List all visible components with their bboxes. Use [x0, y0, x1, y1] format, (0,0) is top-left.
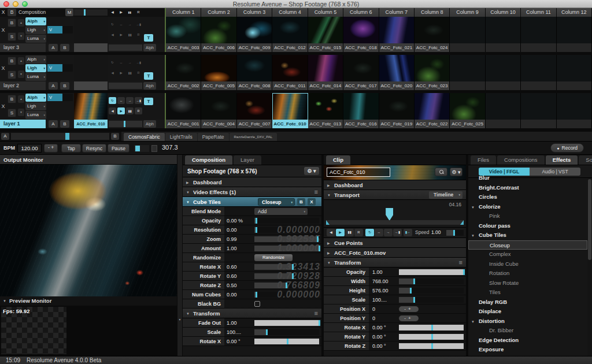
effect-preset-item[interactable]: Dr. Bibber	[468, 326, 587, 336]
layer1-up-icon[interactable]: ▲	[18, 95, 24, 103]
position-y-stepper[interactable]: -+	[399, 315, 419, 321]
column-header-10[interactable]: Column 10	[486, 8, 521, 17]
effect-item[interactable]: Bright.Contrast	[468, 183, 587, 193]
layer3-a-button[interactable]: A	[49, 44, 58, 51]
black-bg-checkbox[interactable]	[254, 301, 260, 307]
pause-icon[interactable]: ▮▮	[126, 69, 134, 76]
clip-cell[interactable]: ACC_Fotc_003	[166, 17, 201, 52]
layer1-active-clip-name[interactable]: ACC_Fotc_010	[74, 120, 108, 128]
resync-icon[interactable]: R	[135, 69, 142, 76]
tab-sources[interactable]: Sources	[579, 155, 592, 165]
clip-cell[interactable]: ACC_Fotc_021	[379, 17, 415, 52]
clip-cell[interactable]: ACC_Fotc_023	[415, 55, 450, 90]
effects-scrollbar[interactable]	[587, 178, 592, 356]
clip-opacity-slider[interactable]	[399, 269, 464, 275]
clip-cell-selected[interactable]: ACC_Fotc_010	[272, 93, 308, 128]
bounce-icon[interactable]: ↔	[117, 21, 125, 28]
crossfader-slider[interactable]	[11, 133, 109, 140]
play-once-icon[interactable]: →▮	[393, 229, 402, 236]
layer2-mode-light[interactable]: Ligh▾	[25, 64, 46, 72]
layer1-video-slider[interactable]: V	[47, 94, 73, 101]
clip-cell[interactable]: ACC_Fotc_018	[343, 17, 379, 52]
layer3-x-button[interactable]: X	[0, 17, 6, 43]
column-header-9[interactable]: Column 9	[450, 8, 485, 17]
layer3-up-icon[interactable]: ▲	[18, 19, 24, 27]
pause-icon[interactable]: ▮▮	[126, 107, 134, 114]
panel-scrollbar[interactable]: ▼	[177, 155, 182, 356]
layer1-solo-button[interactable]: S	[8, 109, 16, 117]
clip-name-input[interactable]	[327, 168, 390, 177]
clip-cell[interactable]: ACC_Fotc_025	[450, 93, 485, 128]
play-icon[interactable]: ▶	[117, 31, 125, 38]
clip-scale-slider[interactable]	[399, 297, 464, 303]
clip-cell[interactable]: ACC_Fotc_017	[343, 55, 379, 90]
tab-clip[interactable]: Clip	[326, 155, 350, 165]
clip-cell-empty[interactable]	[486, 17, 521, 52]
layer3-solo-button[interactable]: S	[8, 32, 16, 41]
opacity-slider[interactable]	[254, 218, 319, 224]
layer2-video-slider[interactable]: V	[47, 64, 73, 72]
pause-button[interactable]: Pause	[108, 144, 130, 153]
gear-icon[interactable]: ⚙ ▾	[304, 167, 319, 175]
effect-item[interactable]: Edge Detection	[468, 336, 587, 346]
effect-item[interactable]: Exposure	[468, 345, 587, 355]
column-header-4[interactable]: Column 4	[272, 8, 308, 17]
layer3-down-icon[interactable]: ▼	[18, 32, 24, 40]
play-icon[interactable]: ▶	[336, 229, 345, 236]
play-once-icon[interactable]: →▮	[135, 59, 142, 66]
clip-cell-empty[interactable]	[521, 93, 556, 128]
clip-cell[interactable]: ACC_Fotc_024	[415, 17, 450, 52]
height-slider[interactable]	[399, 288, 464, 294]
effect-preset-item[interactable]: Complex	[468, 250, 587, 259]
clip-cell[interactable]: ACC_Fotc_015	[308, 17, 343, 52]
clip-cell[interactable]: ACC_Fotc_020	[379, 55, 415, 90]
layer1-a-button[interactable]: A	[49, 120, 58, 128]
speed-value[interactable]: 1.00	[431, 229, 441, 235]
clip-cell[interactable]: ACC_Fotc_014	[308, 55, 343, 90]
effect-preset-item[interactable]: Rotation	[468, 269, 587, 278]
effect-group[interactable]: ▼Distortion	[468, 317, 587, 326]
composition-transform-section[interactable]: ▼ Transform ≡	[183, 309, 321, 318]
preview-monitor-header[interactable]: ▼ Preview Monitor	[0, 296, 177, 306]
tab-composition[interactable]: Composition	[185, 155, 232, 165]
layer2-up-icon[interactable]: ▲	[18, 57, 24, 65]
tab-files[interactable]: Files	[471, 155, 496, 165]
effect-preset-item[interactable]: Slow Rotate	[468, 278, 587, 288]
crossfader-a-button[interactable]: A	[1, 133, 9, 140]
loop-icon[interactable]: ↻	[109, 59, 116, 66]
cue-points-section[interactable]: ▶ Cue Points	[324, 238, 466, 248]
effect-item[interactable]: Displace	[468, 307, 587, 317]
master-x-button[interactable]: X	[0, 9, 6, 16]
layer1-active-clip-thumbnail[interactable]	[74, 93, 108, 120]
column-header-5[interactable]: Column 5	[308, 8, 343, 17]
master-bypass-button[interactable]: B	[8, 9, 16, 16]
layer3-mode-luma[interactable]: Luma▾	[25, 35, 46, 43]
back-icon[interactable]: ◀	[109, 69, 116, 76]
pause-icon[interactable]: ▮▮	[345, 229, 354, 236]
layer3-bypass-button[interactable]: B	[8, 18, 16, 27]
effect-remove-button[interactable]: X	[308, 198, 316, 206]
layer1-transition-bar[interactable]	[109, 121, 142, 127]
clip-cell-empty[interactable]	[486, 93, 521, 128]
play-icon[interactable]: ▶	[117, 69, 125, 76]
clip-timeline[interactable]: 04.16	[324, 200, 466, 228]
clip-cell[interactable]: ACC_Fotc_005	[201, 55, 236, 90]
column-header-12[interactable]: Column 12	[557, 8, 592, 17]
clip-cell[interactable]: ACC_Fotc_004	[201, 93, 236, 128]
column-header-11[interactable]: Column 11	[521, 8, 556, 17]
bpm-value[interactable]: 120.00	[17, 144, 42, 153]
effect-item[interactable]: Blur	[468, 173, 587, 183]
effect-item[interactable]: Colour pass	[468, 221, 587, 231]
menu-icon[interactable]: ≡	[314, 187, 318, 197]
position-x-stepper[interactable]: -+	[399, 306, 419, 312]
deck-tab-razzledazzle[interactable]: RazzleDazzle_DXV_PAL	[230, 133, 278, 141]
layer2-down-icon[interactable]: ▼	[18, 70, 24, 78]
timeline-track[interactable]	[326, 220, 464, 225]
clip-rotate-z-slider[interactable]	[399, 343, 464, 349]
column-header-2[interactable]: Column 2	[201, 8, 236, 17]
master-level-slider[interactable]	[74, 9, 108, 16]
cube-tiles-effect-header[interactable]: ▼ Cube Tiles Closeup▾ B X	[183, 197, 321, 207]
layer1-name[interactable]: layer 1	[0, 120, 46, 128]
column-header-8[interactable]: Column 8	[415, 8, 450, 17]
clip-cell[interactable]: ACC_Fotc_007	[237, 93, 272, 128]
